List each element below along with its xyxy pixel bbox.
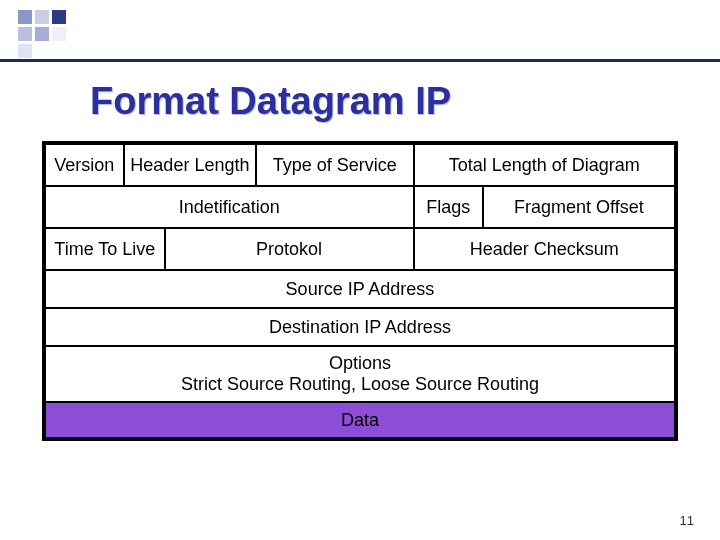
field-flags: Flags [414,186,483,228]
square-icon [35,27,49,41]
field-version: Version [45,144,124,186]
field-header-length: Header Length [124,144,256,186]
field-header-checksum: Header Checksum [414,228,675,270]
field-ttl: Time To Live [45,228,165,270]
square-icon [52,44,66,58]
row-5: Destination IP Address [45,308,675,346]
options-line-1: Options [329,353,391,374]
field-fragment-offset: Fragment Offset [483,186,675,228]
field-type-of-service: Type of Service [256,144,414,186]
options-line-2: Strict Source Routing, Loose Source Rout… [181,374,539,395]
square-icon [52,10,66,24]
row-3: Time To Live Protokol Header Checksum [45,228,675,270]
square-icon [35,10,49,24]
decorative-squares [18,10,66,58]
square-icon [52,27,66,41]
field-source-ip: Source IP Address [45,270,675,308]
field-data: Data [45,402,675,438]
field-destination-ip: Destination IP Address [45,308,675,346]
field-protocol: Protokol [165,228,414,270]
square-icon [35,44,49,58]
field-identification: Indetification [45,186,414,228]
square-icon [18,27,32,41]
page-number: 11 [680,513,694,528]
header-bar [0,0,720,62]
slide-title: Format Datagram IP [90,80,720,123]
row-2: Indetification Flags Fragment Offset [45,186,675,228]
row-1: Version Header Length Type of Service To… [45,144,675,186]
row-7: Data [45,402,675,438]
row-4: Source IP Address [45,270,675,308]
field-total-length: Total Length of Diagram [414,144,675,186]
ip-datagram-diagram: Version Header Length Type of Service To… [42,141,678,441]
square-icon [18,10,32,24]
field-options: Options Strict Source Routing, Loose Sou… [45,346,675,402]
row-6: Options Strict Source Routing, Loose Sou… [45,346,675,402]
square-icon [18,44,32,58]
